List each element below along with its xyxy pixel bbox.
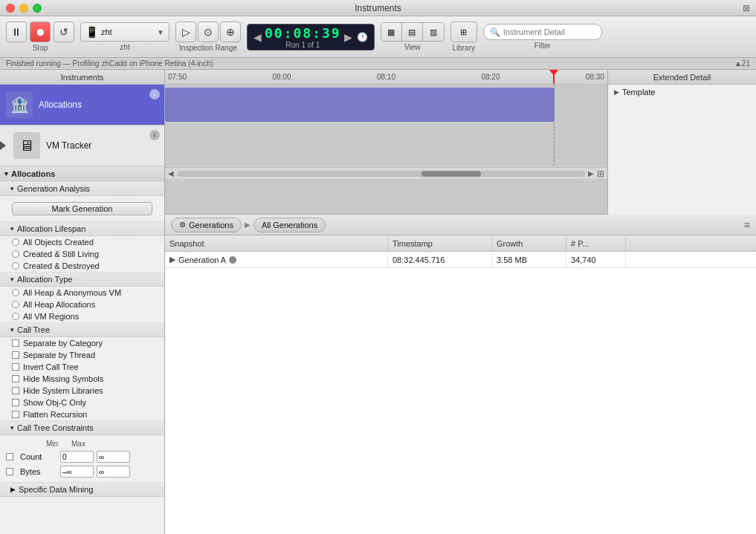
specific-data-mining-header[interactable]: ▶ Specific Data Mining xyxy=(0,482,164,497)
scroll-options-icon[interactable]: ⊞ xyxy=(597,169,604,179)
vmtracker-name: VM Tracker xyxy=(46,140,91,151)
window-title: Instruments xyxy=(355,3,401,13)
calltree-option-2[interactable]: Invert Call Tree xyxy=(0,361,164,373)
constraints-header-row: Min Max xyxy=(6,438,158,449)
cell-snapshot-0: ▶ Generation A xyxy=(165,252,388,267)
target-selector[interactable]: 📱 zht ▼ xyxy=(80,22,169,42)
stop-record-button[interactable]: ⏺ xyxy=(30,22,51,42)
calltree-option-3[interactable]: Hide Missing Symbols xyxy=(0,373,164,385)
template-arrow-icon: ▶ xyxy=(614,88,619,96)
lifespan-option-1[interactable]: Created & Still Living xyxy=(0,248,164,260)
allocations-section-label: Allocations xyxy=(11,169,55,178)
count-max-input[interactable] xyxy=(97,451,130,463)
template-item[interactable]: ▶ Template xyxy=(608,85,756,100)
call-tree-constraints-header[interactable]: ▾ Call Tree Constraints xyxy=(0,420,164,435)
count-min-input[interactable] xyxy=(60,451,94,463)
tab-options-button[interactable]: ≡ xyxy=(744,219,750,231)
min-header: Min xyxy=(46,440,68,448)
type-option-0[interactable]: All Heap & Anonymous VM xyxy=(0,287,164,299)
scroll-left-icon[interactable]: ◀ xyxy=(168,169,174,178)
restart-button[interactable]: ↺ xyxy=(54,22,74,42)
minimize-button[interactable] xyxy=(19,4,28,13)
allocation-type-header[interactable]: ▾ Allocation Type xyxy=(0,272,164,287)
left-settings-panel: ▾ Allocations ▾ Generation Analysis Mark… xyxy=(0,166,164,534)
scrollbar-thumb[interactable] xyxy=(421,171,481,177)
allocations-icon: 🏦 xyxy=(6,91,33,118)
call-tree-constraints-label: Call Tree Constraints xyxy=(17,423,94,432)
calltree-option-1[interactable]: Separate by Thread xyxy=(0,349,164,361)
allocations-section-header[interactable]: ▾ Allocations xyxy=(0,166,164,181)
pause-button[interactable]: ⏸ xyxy=(6,22,27,42)
time-label-3: 08:20 xyxy=(481,73,500,81)
timeline-area: 07:50 08:00 08:10 08:20 08:30 xyxy=(165,70,607,215)
toolbar: ⏸ ⏺ ↺ Stop 📱 zht ▼ zht ▷ ⊙ ⊕ Inspection … xyxy=(0,16,756,58)
table-row-0[interactable]: ▶ Generation A 08:32.445.716 3.58 MB 34,… xyxy=(165,252,756,268)
inspection-end-button[interactable]: ⊕ xyxy=(220,22,241,42)
target-label: zht xyxy=(101,27,112,36)
fullscreen-button[interactable] xyxy=(33,4,42,13)
timer-text: 00:08:39 xyxy=(265,25,341,41)
extended-detail-header: Extended Detail xyxy=(608,70,756,85)
filter-input[interactable] xyxy=(503,27,592,36)
inspection-start-button[interactable]: ▷ xyxy=(175,22,196,42)
view-btn-1[interactable]: ▦ xyxy=(381,23,402,41)
bytes-checkbox[interactable] xyxy=(6,468,13,475)
count-checkbox[interactable] xyxy=(6,453,13,460)
type-triangle-icon: ▾ xyxy=(10,276,14,283)
inspection-reset-button[interactable]: ⊙ xyxy=(198,22,219,42)
allocation-lifespan-header[interactable]: ▾ Allocation Lifespan xyxy=(0,221,164,236)
type-option-2[interactable]: All VM Regions xyxy=(0,310,164,322)
view-btn-2[interactable]: ▤ xyxy=(402,23,423,41)
scroll-right-icon[interactable]: ▶ xyxy=(588,169,594,178)
checkbox-3 xyxy=(12,375,19,382)
target-label-bottom: zht xyxy=(120,43,129,51)
vmtracker-info[interactable]: i xyxy=(149,130,160,140)
lifespan-triangle-icon: ▾ xyxy=(10,225,14,232)
time-labels: 07:50 08:00 08:10 08:20 08:30 xyxy=(168,73,604,81)
row-expand-icon[interactable]: ▶ xyxy=(169,255,175,264)
library-label: Library xyxy=(452,44,475,52)
calltree-option-4[interactable]: Hide System Libraries xyxy=(0,385,164,397)
triangle-icon: ▾ xyxy=(4,170,8,178)
col-header-persistent[interactable]: # P... xyxy=(566,235,626,251)
timeline-scrollbar[interactable]: ◀ ▶ ⊞ xyxy=(165,167,607,179)
gen-triangle-icon: ▾ xyxy=(10,185,14,192)
generations-tab-icon: ⚙ xyxy=(179,221,186,229)
close-button[interactable] xyxy=(6,4,15,13)
bytes-max-input[interactable] xyxy=(97,466,130,478)
vmtracker-track[interactable] xyxy=(165,126,607,166)
instrument-row-allocations[interactable]: 🏦 Allocations i xyxy=(0,85,164,126)
filter-col: 🔍 Filter xyxy=(483,24,602,50)
col-header-timestamp[interactable]: Timestamp xyxy=(388,235,492,251)
time-label-4: 08:30 xyxy=(586,73,604,81)
calltree-option-0[interactable]: Separate by Category xyxy=(0,337,164,349)
allocations-info[interactable]: i xyxy=(149,89,160,100)
col-header-growth[interactable]: Growth xyxy=(492,235,566,251)
row-dot-icon xyxy=(229,256,236,264)
calltree-option-6[interactable]: Flatten Recursion xyxy=(0,408,164,420)
instrument-row-vmtracker[interactable]: 🖥 VM Tracker i xyxy=(0,126,164,166)
timer-prev[interactable]: ◀ xyxy=(253,31,262,43)
window-resize[interactable]: ⊠ xyxy=(743,3,750,13)
view-btn-3[interactable]: ▥ xyxy=(423,23,444,41)
library-button[interactable]: ⊞ xyxy=(450,22,477,42)
tab-generations[interactable]: ⚙ Generations xyxy=(171,218,242,232)
mark-generation-button[interactable]: Mark Generation xyxy=(12,202,152,215)
timeline-ruler: 07:50 08:00 08:10 08:20 08:30 xyxy=(165,70,607,85)
traffic-lights[interactable] xyxy=(6,4,42,13)
scrollbar-track[interactable] xyxy=(177,171,585,177)
timer-next[interactable]: ▶ xyxy=(344,31,352,43)
radio-1 xyxy=(12,250,19,258)
calltree-option-5[interactable]: Show Obj-C Only xyxy=(0,397,164,408)
bytes-min-input[interactable] xyxy=(60,466,94,478)
type-option-1[interactable]: All Heap Allocations xyxy=(0,299,164,310)
lifespan-option-0[interactable]: All Objects Created xyxy=(0,236,164,248)
instruments-label: Instruments xyxy=(61,73,103,82)
tab-all-generations[interactable]: All Generations xyxy=(253,218,326,232)
lifespan-option-2[interactable]: Created & Destroyed xyxy=(0,260,164,272)
time-label-2: 08:10 xyxy=(377,73,395,81)
allocations-track[interactable] xyxy=(165,85,607,126)
call-tree-header[interactable]: ▾ Call Tree xyxy=(0,322,164,337)
generation-analysis-header[interactable]: ▾ Generation Analysis xyxy=(0,181,164,196)
col-header-snapshot[interactable]: Snapshot xyxy=(165,235,388,251)
